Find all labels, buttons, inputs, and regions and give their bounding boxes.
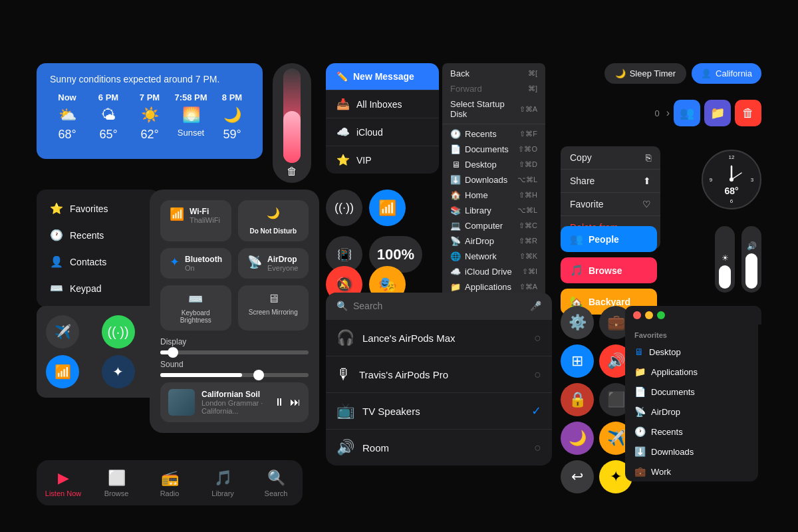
- fs-downloads-label: Downloads: [651, 447, 694, 457]
- sidebar-recents[interactable]: 🕐 Recents: [39, 222, 157, 248]
- tab-library[interactable]: 🎵 Library: [203, 469, 243, 497]
- california-button[interactable]: 👤 California: [692, 63, 761, 84]
- action-icons-grid: ⚙️ 💼 ⊞ 🔊 🔒 ⬛ 🌙 ✈️ ↩ ✦: [561, 306, 632, 493]
- finder-downloads[interactable]: ⬇️ Downloads ⌥⌘L: [442, 172, 545, 188]
- sleep-timer-label: Sleep Timer: [630, 68, 676, 78]
- fs-work[interactable]: 💼 Work: [625, 462, 758, 481]
- finder-library[interactable]: 📚 Library ⌥⌘L: [442, 203, 545, 218]
- clock-widget: 12 3 6 9 68°: [702, 150, 761, 209]
- finder-home[interactable]: 🏠 Home ⇧⌘H: [442, 188, 545, 203]
- ms-people[interactable]: 👥 People: [561, 226, 657, 252]
- cc-keyboard-brightness[interactable]: ⌨️ Keyboard Brightness: [160, 285, 231, 331]
- sidebar-contacts[interactable]: 👤 Contacts: [39, 249, 157, 275]
- finder-back[interactable]: Back ⌘[: [442, 66, 545, 81]
- trash-ctrl-button[interactable]: 🗑: [735, 100, 761, 126]
- mail-icloud[interactable]: ☁️ iCloud: [326, 118, 439, 146]
- fs-applications[interactable]: 📁 Applications: [625, 362, 758, 382]
- cc-wifi-label: Wi-Fi: [190, 207, 220, 216]
- display-label: Display: [160, 337, 309, 346]
- apps-icon-btn[interactable]: ⊞: [561, 344, 594, 378]
- airplane-mode-button[interactable]: ✈️: [46, 315, 79, 348]
- audio-item-tv-speakers[interactable]: 📺 TV Speakers ✓: [326, 392, 552, 429]
- inbox-icon: 📥: [336, 98, 350, 110]
- lock-icon-btn[interactable]: 🔒: [561, 383, 594, 416]
- tab-browse[interactable]: ⬜ Browse: [96, 469, 136, 497]
- moon-icon-btn[interactable]: 🌙: [561, 422, 594, 455]
- skip-forward-icon[interactable]: ⏭: [290, 396, 301, 408]
- sound-slider[interactable]: [160, 373, 309, 377]
- finder-computer[interactable]: 💻 Computer ⇧⌘C: [442, 218, 545, 233]
- close-window-button[interactable]: [633, 311, 641, 319]
- weather-time-label-1: 6 PM: [98, 92, 118, 102]
- finder-forward[interactable]: Forward ⌘]: [442, 81, 545, 96]
- share-icon-btn[interactable]: ↩: [561, 460, 594, 493]
- cc-screen-mirroring[interactable]: 🖥 Screen Mirroring: [238, 285, 309, 331]
- audio-item-room[interactable]: 🔊 Room ○: [326, 429, 552, 466]
- ms-browse[interactable]: 🎵 Browse: [561, 257, 657, 283]
- fs-desktop[interactable]: 🖥 Desktop: [625, 342, 758, 362]
- bluetooth-btn[interactable]: ✦: [102, 355, 135, 388]
- finder-network[interactable]: 🌐 Network ⇧⌘K: [442, 249, 545, 264]
- tab-search[interactable]: 🔍 Search: [256, 469, 296, 497]
- context-favorite[interactable]: Favorite ♡: [561, 193, 660, 215]
- cc-wifi[interactable]: 📶 Wi-Fi ThaliWiFi: [160, 200, 231, 241]
- volume-slider-widget[interactable]: 🔊: [741, 226, 761, 293]
- fs-downloads[interactable]: ⬇️ Downloads: [625, 442, 758, 462]
- wifi-btn[interactable]: 📶: [46, 355, 79, 388]
- fs-applications-icon: 📁: [634, 366, 646, 377]
- cc-bluetooth[interactable]: ✦ Bluetooth On: [160, 248, 231, 279]
- wifi-button[interactable]: 📶: [369, 190, 406, 226]
- np-title: Californian Soil: [201, 390, 267, 399]
- audio-search-bar: 🔍 Search 🎤: [326, 293, 552, 319]
- weather-col-now: Now ⛅ 68°: [50, 92, 84, 142]
- fs-documents[interactable]: 📄 Documents: [625, 382, 758, 402]
- display-slider[interactable]: [160, 350, 309, 354]
- finder-airdrop[interactable]: 📡 AirDrop ⇧⌘R: [442, 233, 545, 249]
- fs-recents-icon: 🕐: [634, 426, 646, 437]
- mail-vip[interactable]: ⭐ VIP: [326, 146, 439, 174]
- cc-bt-label: Bluetooth: [185, 255, 222, 264]
- cc-airdrop[interactable]: 📡 AirDrop Everyone: [238, 248, 309, 279]
- audio-item-airpods-max[interactable]: 🎧 Lance's AirPods Max ○: [326, 319, 552, 356]
- brightness-slider-widget[interactable]: ☀: [715, 226, 735, 293]
- tab-listen-now[interactable]: ▶ Listen Now: [43, 469, 83, 497]
- fs-recents[interactable]: 🕐 Recents: [625, 422, 758, 442]
- cc-sound-section: Sound: [160, 360, 309, 377]
- hotspot-button[interactable]: ((·)): [102, 315, 135, 348]
- sidebar-favorites[interactable]: ⭐ Favorites: [39, 196, 157, 221]
- sleep-timer-button[interactable]: 🌙 Sleep Timer: [604, 63, 686, 84]
- forward-shortcut: ⌘]: [528, 84, 537, 93]
- settings-icon-btn[interactable]: ⚙️: [561, 306, 594, 339]
- minimize-window-button[interactable]: [645, 311, 653, 319]
- fs-airdrop-label: AirDrop: [651, 407, 680, 417]
- icloud-label: iCloud: [356, 127, 383, 138]
- finder-select-startup[interactable]: Select Startup Disk ⇧⌘A: [442, 96, 545, 122]
- cc-bluetooth-row: ✦ Bluetooth On 📡 AirDrop Everyone: [160, 248, 309, 279]
- select-startup-shortcut: ⇧⌘A: [519, 105, 537, 114]
- context-share[interactable]: Share ⬆: [561, 170, 660, 192]
- mail-all-inboxes[interactable]: 📥 All Inboxes: [326, 90, 439, 118]
- tab-radio[interactable]: 📻 Radio: [150, 469, 190, 497]
- weather-icon-4: 🌙: [223, 106, 241, 124]
- sidebar-keypad[interactable]: ⌨️ Keypad: [39, 275, 157, 301]
- volume-fill: [745, 253, 757, 289]
- california-label: California: [716, 68, 752, 78]
- cc-do-not-disturb[interactable]: 🌙 Do Not Disturb: [238, 200, 309, 241]
- finder-icloud-drive[interactable]: ☁️ iCloud Drive ⇧⌘I: [442, 264, 545, 279]
- folder-ctrl-button[interactable]: 📁: [704, 100, 731, 126]
- network-icon: 🌐: [450, 251, 461, 261]
- fs-airdrop[interactable]: 📡 AirDrop: [625, 402, 758, 422]
- audio-item-airpods-pro[interactable]: 🎙 Travis's AirPods Pro ○: [326, 356, 552, 392]
- people-ctrl-button[interactable]: 👥: [674, 100, 700, 126]
- search-tab-icon: 🔍: [267, 469, 285, 487]
- finder-documents[interactable]: 📄 Documents ⇧⌘O: [442, 142, 545, 157]
- finder-recents[interactable]: 🕐 Recents ⇧⌘F: [442, 126, 545, 142]
- finder-desktop[interactable]: 🖥 Desktop ⇧⌘D: [442, 157, 545, 172]
- mail-new-message-button[interactable]: ✏️ New Message: [326, 63, 439, 90]
- contacts-icon: 👤: [50, 255, 63, 268]
- context-copy[interactable]: Copy ⎘: [561, 146, 660, 169]
- maximize-window-button[interactable]: [657, 311, 665, 319]
- weather-col-7pm: 7 PM ☀️ 62°: [132, 92, 167, 142]
- pause-icon[interactable]: ⏸: [274, 396, 285, 408]
- radio-button[interactable]: ((·)): [326, 190, 362, 226]
